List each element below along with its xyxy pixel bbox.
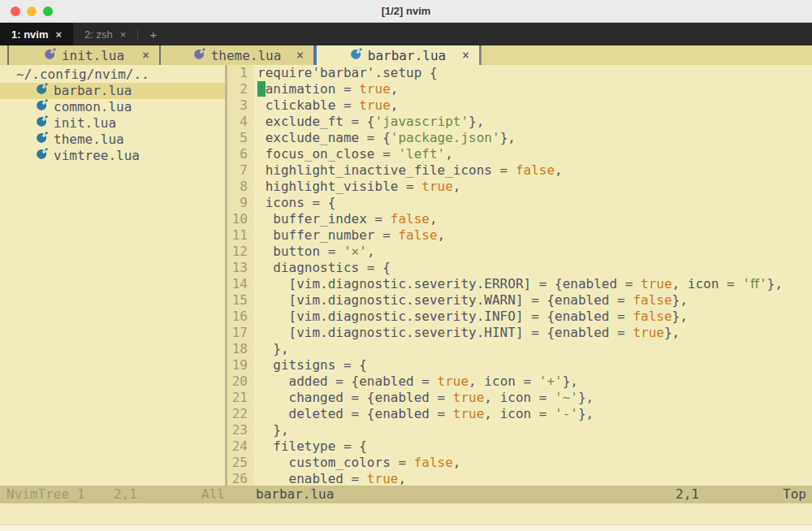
window-title: [1/2] nvim — [0, 5, 812, 17]
line-number: 7 — [227, 162, 254, 179]
window-titlebar: [1/2] nvim — [0, 0, 812, 23]
code-line-13[interactable]: 13 diagnostics = { — [227, 260, 812, 276]
code-text: exclude_name = {'package.json'}, — [254, 130, 516, 146]
buffer-tab-init[interactable]: init.lua × — [9, 45, 159, 65]
close-icon[interactable]: × — [120, 28, 127, 41]
code-line-17[interactable]: 17 [vim.diagnostic.severity.HINT] = {ena… — [227, 325, 812, 341]
close-buffer-icon[interactable]: × — [296, 48, 304, 63]
tree-file-label: barbar.lua — [54, 83, 132, 99]
lua-icon — [36, 115, 48, 132]
buffer-tab-label: theme.lua — [211, 48, 282, 63]
code-text: highlight_inactive_file_icons = false, — [254, 162, 563, 179]
code-line-4[interactable]: 4 exclude_ft = {'javascript'}, — [227, 114, 812, 130]
line-number: 11 — [227, 227, 254, 244]
code-text: custom_colors = false, — [254, 455, 460, 471]
tree-file-label: init.lua — [54, 115, 116, 132]
line-number: 18 — [227, 341, 254, 357]
code-line-25[interactable]: 25 custom_colors = false, — [227, 455, 812, 471]
code-line-14[interactable]: 14 [vim.diagnostic.severity.ERROR] = {en… — [227, 276, 812, 292]
code-line-9[interactable]: 9 icons = { — [227, 195, 812, 211]
statusline-filename: barbar.lua — [256, 486, 334, 503]
line-number: 4 — [227, 114, 254, 130]
code-line-10[interactable]: 10 buffer_index = false, — [227, 211, 812, 227]
buffer-tab-theme[interactable]: theme.lua × — [161, 45, 313, 65]
line-number: 12 — [227, 244, 254, 260]
editor-window[interactable]: 1require'barbar'.setup {2 animation = tr… — [227, 65, 812, 486]
terminal-tab-nvim[interactable]: 1: nvim × — [0, 23, 73, 45]
nvimtree-panel: ~/.config/nvim/.. barbar.luacommon.luain… — [0, 65, 225, 486]
command-line[interactable] — [0, 503, 812, 525]
code-line-22[interactable]: 22 deleted = {enabled = true, icon = '-'… — [227, 406, 812, 422]
tabline-fill — [482, 45, 812, 65]
buffer-tab-barbar[interactable]: barbar.lua × — [317, 45, 479, 65]
statusline-left-scroll: All — [201, 486, 225, 503]
code-text: added = {enabled = true, icon = '+'}, — [254, 373, 578, 390]
close-icon[interactable]: × — [56, 28, 63, 41]
line-number: 22 — [227, 406, 254, 422]
code-line-21[interactable]: 21 changed = {enabled = true, icon = '~'… — [227, 390, 812, 406]
lua-icon — [350, 48, 362, 63]
lua-icon — [36, 83, 48, 99]
code-line-2[interactable]: 2 animation = true, — [227, 81, 812, 97]
code-text: buffer_index = false, — [254, 211, 438, 227]
code-line-23[interactable]: 23 }, — [227, 422, 812, 438]
line-number: 13 — [227, 260, 254, 276]
code-line-1[interactable]: 1require'barbar'.setup { — [227, 65, 812, 81]
buffer-tab-label: barbar.lua — [368, 48, 446, 63]
tree-file-label: common.lua — [54, 99, 132, 115]
code-text: [vim.diagnostic.severity.INFO] = {enable… — [254, 309, 688, 325]
code-text: buffer_number = false, — [254, 227, 445, 244]
cursor-block — [257, 81, 266, 97]
lua-icon — [36, 115, 48, 127]
code-text: }, — [254, 422, 289, 438]
code-line-11[interactable]: 11 buffer_number = false, — [227, 227, 812, 244]
terminal-tab-label: 1: nvim — [11, 28, 49, 41]
code-line-26[interactable]: 26 enabled = true, — [227, 471, 812, 486]
lua-icon — [44, 48, 56, 63]
tree-file-barbar.lua[interactable]: barbar.lua — [0, 83, 225, 99]
close-buffer-icon[interactable]: × — [142, 48, 149, 63]
code-line-8[interactable]: 8 highlight_visible = true, — [227, 179, 812, 195]
code-line-12[interactable]: 12 button = '×', — [227, 244, 812, 260]
line-number: 21 — [227, 390, 254, 406]
tree-file-label: vimtree.lua — [54, 148, 140, 164]
code-line-5[interactable]: 5 exclude_name = {'package.json'}, — [227, 130, 812, 146]
code-line-16[interactable]: 16 [vim.diagnostic.severity.INFO] = {ena… — [227, 309, 812, 325]
terminal-tab-zsh[interactable]: 2: zsh × — [73, 23, 137, 45]
code-text: icons = { — [254, 195, 335, 211]
tree-file-vimtree.lua[interactable]: vimtree.lua — [0, 148, 225, 164]
code-line-3[interactable]: 3 clickable = true, — [227, 97, 812, 114]
code-text: }, — [254, 341, 289, 357]
buffer-tabline: init.lua × theme.lua × barbar.lua × — [0, 45, 812, 65]
statusline-left-window-name: NvimTree_1 — [6, 486, 84, 503]
line-number: 3 — [227, 97, 254, 114]
line-number: 6 — [227, 146, 254, 162]
new-tab-button[interactable]: + — [138, 23, 168, 45]
close-buffer-icon[interactable]: × — [462, 48, 469, 63]
line-number: 15 — [227, 292, 254, 309]
code-line-24[interactable]: 24 filetype = { — [227, 438, 812, 455]
code-line-20[interactable]: 20 added = {enabled = true, icon = '+'}, — [227, 373, 812, 390]
tree-file-theme.lua[interactable]: theme.lua — [0, 132, 225, 148]
code-line-7[interactable]: 7 highlight_inactive_file_icons = false, — [227, 162, 812, 179]
lua-icon — [44, 48, 56, 60]
code-line-6[interactable]: 6 focus_on_close = 'left', — [227, 146, 812, 162]
tree-file-init.lua[interactable]: init.lua — [0, 115, 225, 132]
line-number: 14 — [227, 276, 254, 292]
code-line-15[interactable]: 15 [vim.diagnostic.severity.WARN] = {ena… — [227, 292, 812, 309]
statusline-position: 2,1 — [676, 486, 699, 503]
terminal-tab-bar: 1: nvim × 2: zsh × + — [0, 23, 812, 45]
code-line-18[interactable]: 18 }, — [227, 341, 812, 357]
code-line-19[interactable]: 19 gitsigns = { — [227, 357, 812, 373]
tree-files: barbar.luacommon.luainit.luatheme.luavim… — [0, 83, 225, 164]
tree-root-folder[interactable]: ~/.config/nvim/.. — [0, 67, 225, 83]
code-text: require'barbar'.setup { — [254, 65, 438, 81]
line-number: 23 — [227, 422, 254, 438]
line-number: 19 — [227, 357, 254, 373]
tree-file-common.lua[interactable]: common.lua — [0, 99, 225, 115]
line-number: 1 — [227, 65, 254, 81]
lua-icon — [36, 132, 48, 148]
lua-icon — [36, 148, 48, 160]
tree-file-label: theme.lua — [54, 132, 124, 148]
code-text: filetype = { — [254, 438, 367, 455]
